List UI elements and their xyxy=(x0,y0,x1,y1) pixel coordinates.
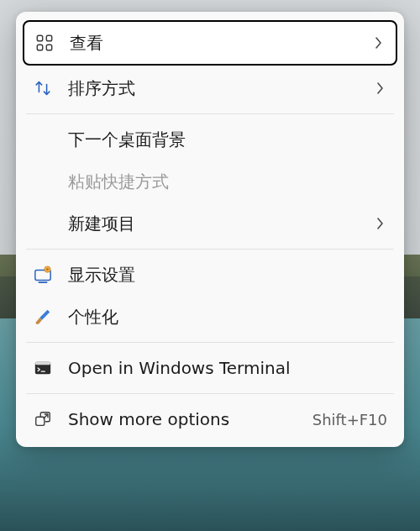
chevron-right-icon xyxy=(370,35,386,50)
chevron-right-icon xyxy=(372,81,387,96)
menu-item-label: 粘贴快捷方式 xyxy=(68,171,387,193)
menu-item-paste-shortcut: 粘贴快捷方式 xyxy=(23,160,397,202)
menu-item-label: Show more options xyxy=(68,409,306,429)
separator xyxy=(26,342,394,343)
blank-icon xyxy=(31,128,55,151)
menu-item-label: 个性化 xyxy=(68,306,387,329)
menu-item-next-wallpaper[interactable]: 下一个桌面背景 xyxy=(23,118,397,160)
menu-item-label: 显示设置 xyxy=(68,264,387,287)
chevron-right-icon xyxy=(372,216,387,231)
menu-item-personalize[interactable]: 个性化 xyxy=(23,296,397,338)
separator xyxy=(26,113,394,114)
separator xyxy=(26,393,394,394)
separator xyxy=(26,249,394,250)
menu-item-label: 排序方式 xyxy=(68,77,372,100)
sort-arrows-icon xyxy=(31,76,55,100)
svg-rect-2 xyxy=(37,45,42,50)
svg-rect-3 xyxy=(46,45,51,50)
menu-item-more-options[interactable]: Show more options Shift+F10 xyxy=(23,398,397,440)
menu-item-label: 下一个桌面背景 xyxy=(68,129,387,151)
display-settings-icon xyxy=(31,263,55,287)
svg-rect-5 xyxy=(39,281,48,283)
menu-item-view[interactable]: 查看 xyxy=(23,20,397,66)
menu-item-display-settings[interactable]: 显示设置 xyxy=(23,254,397,296)
blank-icon xyxy=(31,170,55,193)
blank-icon xyxy=(31,212,55,235)
svg-rect-1 xyxy=(46,35,51,40)
svg-rect-8 xyxy=(35,362,50,365)
context-menu: 查看 排序方式 下一个桌面背景 粘贴快捷方式 新建项目 xyxy=(16,12,404,447)
menu-item-sort[interactable]: 排序方式 xyxy=(23,67,397,109)
paintbrush-icon xyxy=(31,305,55,329)
menu-item-new[interactable]: 新建项目 xyxy=(23,202,397,244)
menu-item-shortcut: Shift+F10 xyxy=(306,411,387,428)
svg-rect-0 xyxy=(37,35,42,40)
grid-icon xyxy=(33,31,56,55)
menu-item-open-terminal[interactable]: Open in Windows Terminal xyxy=(23,347,397,389)
menu-item-label: Open in Windows Terminal xyxy=(68,358,387,378)
menu-item-label: 新建项目 xyxy=(68,213,372,235)
terminal-icon xyxy=(31,356,55,380)
more-options-icon xyxy=(31,407,55,431)
menu-item-label: 查看 xyxy=(70,32,370,55)
